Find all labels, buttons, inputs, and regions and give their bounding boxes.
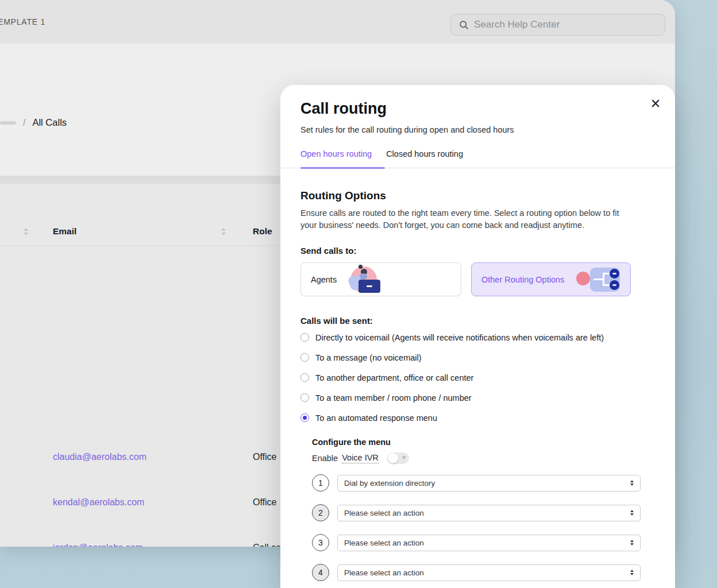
call-routing-modal: × Call routing Set rules for the call ro…: [280, 85, 675, 588]
toggle-knob: [388, 453, 398, 463]
destination-card-agents[interactable]: Agents: [300, 262, 461, 296]
email-link[interactable]: kendal@aerolabs.com: [53, 497, 144, 508]
radio-another-department[interactable]: To another department, office or call ce…: [300, 373, 641, 382]
step-number-badge: 3: [312, 534, 329, 551]
voice-ivr-link[interactable]: Voice IVR: [342, 453, 379, 463]
configure-menu-section: Configure the menu Enable Voice IVR × 1 …: [312, 438, 641, 581]
ivr-menu-list: 1 Dial by extension directory 2 Please s…: [312, 474, 641, 581]
tab-open-hours-routing[interactable]: Open hours routing: [300, 149, 372, 168]
sort-icon[interactable]: [221, 228, 226, 235]
modal-content: Routing Options Ensure calls are routed …: [280, 169, 675, 581]
radio-button-icon[interactable]: [300, 393, 309, 402]
role-cell: Call ce: [253, 543, 281, 547]
breadcrumb-skeleton: [0, 121, 16, 125]
voice-ivr-toggle[interactable]: ×: [387, 452, 409, 464]
action-select-2[interactable]: Please select an action: [337, 505, 641, 521]
routing-radio-group: Directly to voicemail (Agents will recei…: [300, 333, 641, 422]
tab-closed-hours-routing[interactable]: Closed hours routing: [386, 149, 463, 168]
action-select-3[interactable]: Please select an action: [337, 535, 641, 551]
app-header: EMPLATE 1 Search Help Center: [0, 0, 675, 44]
radio-team-member[interactable]: To a team member / room phone / number: [300, 393, 641, 402]
search-icon: [459, 20, 469, 30]
help-center-search-input[interactable]: Search Help Center: [450, 14, 665, 36]
radio-button-icon[interactable]: [300, 373, 309, 382]
ivr-menu-row-1: 1 Dial by extension directory: [312, 474, 641, 492]
sort-icon[interactable]: [24, 228, 28, 235]
routing-tree-illustration: [576, 264, 626, 295]
column-header-role[interactable]: Role: [253, 226, 272, 237]
step-number-badge: 1: [312, 474, 329, 492]
email-link[interactable]: claudia@aerolabs.com: [53, 452, 147, 462]
routing-tabs: Open hours routing Closed hours routing: [300, 149, 463, 168]
desktop-backdrop: EMPLATE 1 Search Help Center / All Calls…: [0, 0, 717, 588]
agent-illustration: [346, 264, 384, 295]
column-header-email[interactable]: Email: [53, 226, 76, 237]
toggle-off-icon: ×: [402, 453, 406, 462]
page-title: EMPLATE 1: [0, 17, 45, 26]
action-select-1[interactable]: Dial by extension directory: [337, 475, 641, 492]
destination-card-other-routing-options[interactable]: Other Routing Options: [471, 262, 631, 296]
routing-options-description: Ensure calls are routed to the right tea…: [300, 207, 629, 231]
ivr-menu-row-3: 3 Please select an action: [312, 534, 641, 551]
ivr-menu-row-4: 4 Please select an action: [312, 564, 641, 581]
breadcrumb: / All Calls: [0, 117, 67, 128]
radio-button-icon[interactable]: [300, 353, 309, 362]
modal-subtitle: Set rules for the call routing during op…: [300, 125, 514, 134]
agents-card-label: Agents: [311, 275, 337, 284]
select-spinner-icon: [630, 570, 634, 575]
send-calls-to-label: Send calls to:: [300, 246, 641, 256]
ivr-menu-row-2: 2 Please select an action: [312, 504, 641, 521]
search-placeholder: Search Help Center: [474, 19, 560, 30]
radio-to-a-message[interactable]: To a message (no voicemail): [300, 353, 641, 362]
action-select-4[interactable]: Please select an action: [337, 564, 641, 581]
select-spinner-icon: [630, 510, 634, 516]
configure-menu-heading: Configure the menu: [312, 438, 641, 447]
enable-label: Enable: [312, 454, 338, 463]
calls-will-be-sent-label: Calls will be sent:: [300, 316, 641, 326]
enable-voice-ivr-row: Enable Voice IVR ×: [312, 452, 641, 464]
step-number-badge: 2: [312, 504, 329, 521]
select-spinner-icon: [630, 540, 634, 546]
radio-button-icon[interactable]: [300, 333, 309, 342]
role-cell: Office: [253, 497, 277, 508]
role-cell: Office: [253, 452, 277, 462]
radio-automated-response-menu[interactable]: To an automated response menu: [300, 413, 641, 422]
close-icon[interactable]: ×: [646, 94, 665, 113]
destination-cards: Agents Other Routing Options: [300, 262, 641, 296]
modal-title: Call routing: [300, 100, 387, 118]
breadcrumb-all-calls[interactable]: All Calls: [32, 117, 67, 128]
step-number-badge: 4: [312, 564, 329, 581]
tabs-divider: [280, 168, 675, 168]
email-link[interactable]: jordan@aerolabs.com: [53, 543, 143, 547]
radio-directly-to-voicemail[interactable]: Directly to voicemail (Agents will recei…: [300, 333, 641, 342]
routing-options-heading: Routing Options: [300, 189, 641, 202]
other-routing-card-label: Other Routing Options: [481, 275, 564, 284]
select-spinner-icon: [630, 480, 634, 486]
breadcrumb-separator: /: [23, 118, 25, 128]
radio-button-icon[interactable]: [300, 413, 309, 422]
